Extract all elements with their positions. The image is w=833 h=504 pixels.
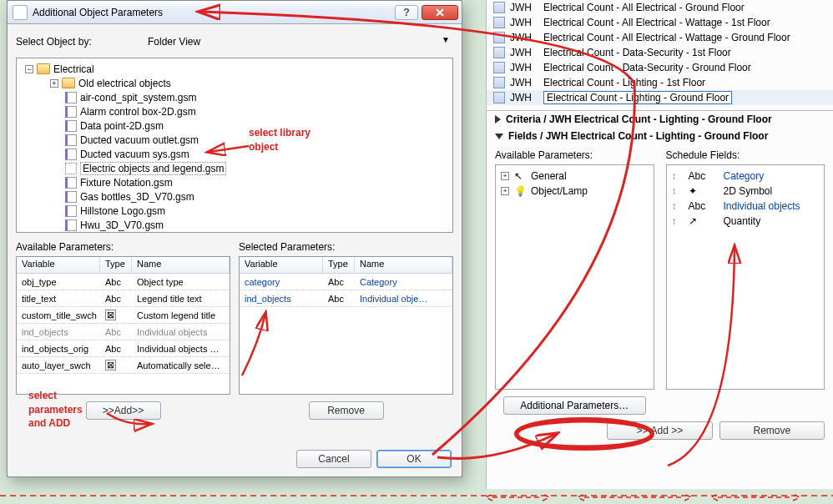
parameter-row[interactable]: auto_layer_swch⊠Automatically sele… [17, 357, 230, 374]
schedule-icon [493, 17, 505, 28]
schedule-row[interactable]: JWHElectrical Count - Lighting - 1st Flo… [487, 75, 833, 90]
ok-button[interactable]: OK [376, 450, 452, 468]
parameter-row[interactable]: ind_objects_origAbcIndividual objects … [17, 340, 230, 357]
folder-icon [37, 63, 50, 74]
additional-parameters-button[interactable]: Additional Parameters… [503, 396, 646, 415]
schedule-panel: JWHElectrical Count - All Electrical - G… [486, 0, 833, 489]
schedule-row[interactable]: JWHElectrical Count - All Electrical - G… [487, 0, 833, 15]
document-icon [65, 134, 77, 146]
available-parameters-label-right: Available Parameters: [495, 149, 654, 161]
parameter-row[interactable]: obj_typeAbcObject type [17, 274, 230, 290]
select-object-by-combo[interactable] [144, 33, 453, 51]
parameter-row[interactable]: categoryAbcCategory [240, 274, 452, 290]
dialog-titlebar[interactable]: Additional Object Parameters [8, 1, 462, 24]
tree-item[interactable]: Gas bottles_3D_V70.gsm [20, 189, 449, 204]
tree-item[interactable]: Fixture Notation.gsm [20, 175, 449, 189]
tree-item[interactable]: Data point-2D.gsm [20, 118, 449, 133]
cancel-button[interactable]: Cancel [296, 450, 371, 468]
schedule-fields-label: Schedule Fields: [666, 149, 825, 161]
tree-item[interactable]: Hillstone Logo.gsm [20, 204, 449, 218]
remove-button[interactable]: Remove [309, 401, 384, 420]
schedule-row[interactable]: JWHElectrical Count - Data-Security - Gr… [487, 60, 833, 75]
document-icon [65, 219, 77, 231]
schedule-row[interactable]: JWHElectrical Count - Lighting - Ground … [487, 90, 833, 105]
tree-item[interactable]: Ducted vacuum sys.gsm [20, 147, 449, 161]
criteria-section-header[interactable]: Criteria / JWH Electrical Count - Lighti… [487, 111, 833, 128]
available-parameters-label: Available Parameters: [16, 241, 230, 253]
document-icon [65, 191, 77, 203]
app-icon [13, 5, 28, 20]
selected-parameters-label: Selected Parameters: [239, 241, 453, 253]
param-group-icon: ↖ [514, 170, 526, 182]
schedule-field-row[interactable]: ↕AbcCategory [670, 169, 821, 184]
tree-item[interactable]: Electric objects and legend.gsm [20, 161, 449, 175]
document-icon [65, 149, 77, 160]
remove-button-right[interactable]: Remove [719, 421, 825, 440]
available-parameters-list[interactable]: Variable Type Name obj_typeAbcObject typ… [16, 256, 230, 395]
folder-icon [62, 78, 75, 88]
available-parameters-box[interactable]: +↖General+💡Object/Lamp [495, 164, 654, 390]
fields-section-header[interactable]: Fields / JWH Electrical Count - Lighting… [487, 128, 833, 144]
schedule-icon [493, 47, 505, 58]
param-group-icon: 💡 [514, 185, 526, 197]
col-header-variable: Variable [17, 257, 100, 273]
document-icon [65, 177, 77, 189]
add-button[interactable]: >>Add>> [86, 401, 161, 420]
tree-item[interactable]: Ducted vacuum outlet.gsm [20, 133, 449, 147]
tree-item[interactable]: −Electrical [20, 62, 449, 76]
tree-item[interactable]: +Old electrical objects [20, 76, 449, 90]
available-param-group[interactable]: +💡Object/Lamp [499, 184, 650, 199]
parameter-row[interactable]: title_textAbcLegend title text [17, 290, 230, 307]
schedule-icon [493, 2, 505, 13]
col-header-name: Name [355, 257, 452, 273]
schedule-row[interactable]: JWHElectrical Count - All Electrical - W… [487, 30, 833, 45]
add-button-right[interactable]: >> Add >> [607, 421, 712, 440]
schedule-icon [493, 32, 505, 43]
document-icon [65, 120, 77, 132]
schedule-icon [493, 92, 505, 103]
document-icon [65, 106, 77, 118]
disclosure-down-icon [495, 134, 503, 139]
available-param-group[interactable]: +↖General [499, 169, 650, 184]
schedule-fields-box[interactable]: ↕AbcCategory↕✦2D Symbol↕AbcIndividual ob… [666, 164, 825, 390]
close-button[interactable] [422, 5, 458, 20]
col-header-name: Name [132, 257, 230, 273]
schedule-field-row[interactable]: ↕✦2D Symbol [670, 184, 821, 199]
col-header-type: Type [323, 257, 355, 273]
object-tree[interactable]: −Electrical+Old electrical objectsair-co… [16, 58, 453, 233]
document-icon [65, 205, 77, 217]
document-icon [65, 163, 77, 174]
selected-parameters-list[interactable]: Variable Type Name categoryAbcCategoryin… [239, 256, 453, 395]
col-header-type: Type [100, 257, 132, 273]
additional-object-parameters-dialog: Additional Object Parameters Select Obje… [7, 0, 462, 477]
help-button[interactable] [395, 5, 418, 20]
parameter-row[interactable]: custom_title_swch⊠Custom legend title [17, 307, 230, 324]
schedule-row[interactable]: JWHElectrical Count - Data-Security - 1s… [487, 45, 833, 60]
dashed-footer [0, 492, 833, 504]
schedule-icon [493, 62, 505, 73]
parameter-row[interactable]: ind_objectsAbcIndividual objects [17, 324, 230, 340]
tree-item[interactable]: Hwu_3D_V70.gsm [20, 218, 449, 232]
parameter-row[interactable]: ind_objectsAbcIndividual obje… [240, 290, 452, 307]
document-icon [65, 92, 77, 103]
schedule-list[interactable]: JWHElectrical Count - All Electrical - G… [487, 0, 833, 105]
dialog-title: Additional Object Parameters [33, 7, 163, 18]
tree-item[interactable]: Intelligent homes legend.gsm [20, 232, 449, 233]
schedule-icon [493, 77, 505, 88]
schedule-field-row[interactable]: ↕↗Quantity [670, 214, 821, 229]
disclosure-right-icon [495, 115, 501, 123]
tree-item[interactable]: air-cond_spit_system.gsm [20, 90, 449, 104]
col-header-variable: Variable [240, 257, 323, 273]
schedule-row[interactable]: JWHElectrical Count - All Electrical - W… [487, 15, 833, 30]
schedule-field-row[interactable]: ↕AbcIndividual objects [670, 199, 821, 214]
select-object-by-label: Select Object by: [16, 36, 133, 48]
tree-item[interactable]: Alarm control box-2D.gsm [20, 104, 449, 118]
